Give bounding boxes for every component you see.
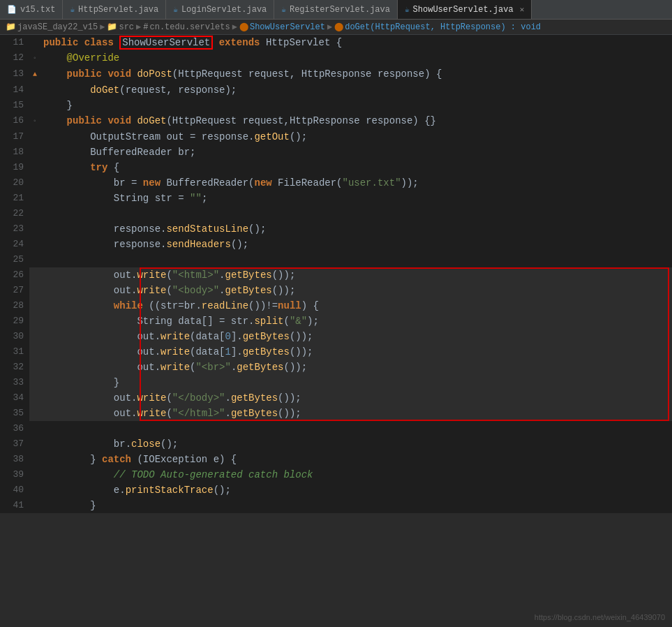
- token: response) {: [372, 68, 442, 80]
- bc-method-icon: ⬤: [334, 22, 343, 32]
- token: HttpResponse: [290, 115, 360, 126]
- line-content-34: out.write("</body>".getBytes());: [40, 390, 672, 406]
- token: 1: [225, 346, 230, 357]
- token: ();: [290, 131, 307, 142]
- tab-v15[interactable]: 📄 v15.txt: [0, 0, 63, 19]
- tab-registerservlet[interactable]: ☕ RegisterServlet.java: [274, 0, 398, 19]
- token: out.: [137, 362, 160, 373]
- token: HttpRequest: [172, 115, 237, 126]
- token: [43, 68, 67, 80]
- code-line-36: 36: [0, 421, 672, 436]
- line-number-21: 21: [0, 191, 29, 206]
- token: @Override: [67, 52, 120, 64]
- token: BufferedReader: [166, 177, 248, 189]
- token: "user.txt": [343, 177, 401, 189]
- tab-close-icon[interactable]: ✕: [520, 5, 525, 14]
- token: [43, 438, 114, 450]
- token: write: [160, 346, 190, 357]
- token: (: [166, 270, 172, 281]
- token: printStackTrace: [126, 485, 214, 496]
- tab-showuserservlet[interactable]: ☕ ShowUserServlet.java ✕: [398, 0, 532, 19]
- bc-hash-icon: #: [143, 22, 148, 32]
- code-line-33: 33 }: [0, 375, 672, 390]
- line-number-30: 30: [0, 329, 29, 344]
- bc-class-icon: ⬤: [239, 22, 248, 32]
- token: getBytes: [237, 362, 283, 373]
- line-number-11: 11: [0, 35, 29, 50]
- code-line-19: 19 try {: [0, 160, 672, 175]
- token: [43, 84, 90, 96]
- bc-package: cn.tedu.servlets: [150, 22, 230, 32]
- code-line-41: 41 }: [0, 498, 672, 513]
- token: (: [283, 316, 289, 327]
- token: br.: [114, 438, 131, 450]
- token: close: [131, 438, 160, 450]
- tab-loginservlet[interactable]: ☕ LoginServlet.java: [166, 0, 274, 19]
- token: write: [160, 331, 190, 342]
- token: void: [107, 68, 137, 80]
- line-marker-13: ▲: [29, 66, 40, 82]
- code-line-25: 25: [0, 252, 672, 267]
- line-content-29: String data[] = str.split("&");: [40, 314, 672, 329]
- class-name-boxed: ShowUserServlet: [119, 36, 213, 50]
- code-line-14: 14 doGet(request, response);: [0, 82, 672, 98]
- token: }: [43, 500, 96, 511]
- line-content-28: while ((str=br.readLine())!=null) {: [40, 298, 672, 314]
- token: doPost: [137, 68, 172, 80]
- token: sendStatusLine: [166, 223, 248, 235]
- token: }: [43, 454, 102, 465]
- line-marker-12: ◦: [29, 50, 40, 66]
- token: getBytes: [231, 392, 278, 404]
- line-content-12: @Override: [40, 50, 672, 66]
- token: "<html>": [172, 270, 219, 281]
- token: [43, 162, 90, 173]
- token: {: [336, 37, 342, 48]
- token: HttpResponse: [301, 68, 372, 80]
- java-icon2: ☕: [173, 5, 178, 14]
- line-content-33: }: [40, 375, 672, 390]
- token: response) {: [360, 115, 431, 126]
- token: response.: [114, 223, 167, 235]
- token: write: [137, 392, 166, 404]
- line-number-41: 41: [0, 498, 29, 513]
- line-number-15: 15: [0, 98, 29, 113]
- code-line-32: 32 out.write("<br>".getBytes());: [0, 360, 672, 375]
- token: ) {: [301, 300, 319, 311]
- token: HttpRequest: [178, 68, 242, 80]
- token: [43, 193, 114, 204]
- token: ((str=br.: [143, 300, 202, 311]
- code-line-30: 30 out.write(data[0].getBytes());: [0, 329, 672, 344]
- token: }: [43, 100, 73, 111]
- token: br =: [114, 177, 143, 189]
- token: ());: [284, 362, 308, 373]
- token: getBytes: [243, 346, 290, 357]
- token: String: [114, 193, 149, 204]
- line-number-13: 13: [0, 66, 29, 82]
- line-content-32: out.write("<br>".getBytes());: [40, 360, 672, 375]
- token: // TODO Auto-generated catch block: [114, 469, 313, 480]
- token: ();: [248, 223, 266, 235]
- line-content-24: response.sendHeaders();: [40, 237, 672, 252]
- line-content-39: // TODO Auto-generated catch block: [40, 467, 672, 482]
- token: [43, 239, 114, 250]
- code-line-26: 26 out.write("<html>".getBytes());: [0, 267, 672, 283]
- token: while: [114, 300, 143, 311]
- token: ());: [290, 331, 313, 342]
- token: [43, 115, 67, 126]
- line-number-26: 26: [0, 267, 29, 283]
- line-number-24: 24: [0, 237, 29, 252]
- line-number-31: 31: [0, 344, 29, 360]
- code-editor[interactable]: 11public class ShowUserServlet extends H…: [0, 35, 672, 513]
- line-number-28: 28: [0, 298, 29, 314]
- token: out = response.: [160, 131, 254, 142]
- line-content-41: }: [40, 498, 672, 513]
- line-number-20: 20: [0, 175, 29, 191]
- line-content-17: OutputStream out = response.getOut();: [40, 129, 672, 145]
- token: "&": [290, 316, 307, 327]
- line-content-26: out.write("<html>".getBytes());: [40, 267, 672, 283]
- tab-httpservlet[interactable]: ☕ HttpServlet.java: [63, 0, 166, 19]
- code-line-16: 16◦ public void doGet(HttpRequest reques…: [0, 113, 672, 129]
- line-number-40: 40: [0, 482, 29, 498]
- java-icon4: ☕: [405, 5, 410, 14]
- code-line-23: 23 response.sendStatusLine();: [0, 221, 672, 237]
